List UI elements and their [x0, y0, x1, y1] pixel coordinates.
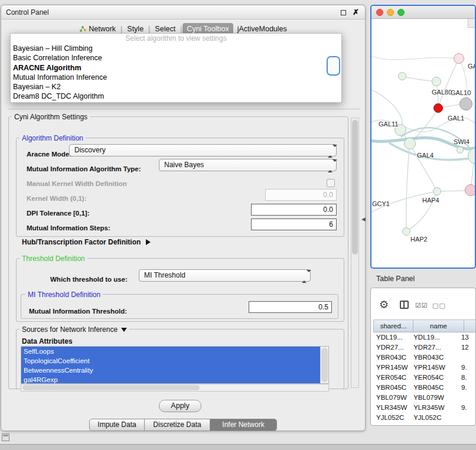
column-header-clipped[interactable]	[464, 319, 476, 332]
network-node[interactable]	[402, 227, 410, 236]
clear-checkboxes-icon[interactable]: ▢▢	[432, 302, 446, 309]
network-node[interactable]	[454, 53, 464, 64]
hub-tf-section-toggle[interactable]: Hub/Transcription Factor Definition	[22, 238, 151, 246]
dpi-tolerance-field[interactable]: 0.0	[251, 204, 337, 216]
manual-kernel-label: Manual Kernel Width Definition	[27, 180, 127, 187]
bottom-tabbar: Impute Data Discretize Data Infer Networ…	[1, 419, 365, 431]
table-row[interactable]: YER054C YER054C 8.	[374, 373, 475, 383]
table-row[interactable]: YDL19... YDL19... 13	[374, 332, 475, 343]
tab-discretize-data[interactable]: Discretize Data	[144, 419, 210, 431]
list-item-selected[interactable]: TopologicalCoefficient	[21, 356, 320, 366]
network-canvas[interactable]: GAL GAL80 GAL10 GAL1 GAL11 SWI4 GAL4 GCY…	[371, 19, 475, 268]
cell: YJL052C	[374, 413, 411, 423]
mi-threshold-field[interactable]: 0.5	[249, 301, 332, 313]
dropdown-item[interactable]: Mutual Information Inference	[11, 73, 341, 82]
cell: YLR345W	[411, 403, 459, 413]
table-row[interactable]: YBL079W YBL079W	[374, 393, 475, 403]
aracne-mode-combobox[interactable]: Discovery	[69, 144, 337, 156]
network-icon	[79, 25, 86, 32]
manual-kernel-checkbox[interactable]	[327, 179, 335, 187]
aracne-mode-label: Aracne Mode:	[27, 151, 71, 158]
network-view-window: GAL GAL80 GAL10 GAL1 GAL11 SWI4 GAL4 GCY…	[370, 5, 476, 269]
data-attributes-label: Data Attributes	[22, 337, 73, 345]
dropdown-item[interactable]: Dream8 DC_TDC Algorithm	[11, 92, 341, 101]
table-body: YDL19... YDL19... 13 YDR27... YDR27... 1…	[374, 332, 475, 425]
which-threshold-value: MI Threshold	[144, 270, 185, 281]
which-threshold-label: Which threshold to use:	[50, 276, 128, 283]
cell: YBR045C	[374, 383, 411, 393]
scrollbar-thumb[interactable]	[22, 385, 200, 390]
tab-cyni-toolbox-label: Cyni Toolbox	[187, 25, 229, 33]
table-panel-window: ⚙ ☑☑ ▢▢ shared... name YDL19... YDL19...…	[370, 288, 476, 426]
table-row[interactable]: YLR345W YLR345W 9.	[374, 403, 475, 413]
tab-infer-network[interactable]: Infer Network	[210, 419, 277, 431]
close-icon[interactable]: ✗	[353, 8, 359, 17]
apply-button[interactable]: Apply	[159, 400, 201, 412]
table-row[interactable]: YBR043C YBR043C	[374, 353, 475, 363]
aracne-mode-value: Discovery	[74, 145, 106, 156]
dropdown-item[interactable]: Basic Correlation Inference	[11, 53, 341, 63]
network-node[interactable]	[433, 187, 441, 195]
gear-icon[interactable]: ⚙	[379, 298, 389, 311]
network-node[interactable]	[457, 146, 464, 154]
dropdown-item[interactable]: Bayesian – Hill Climbing	[11, 44, 341, 53]
threshold-definition-title: Threshold Definition	[19, 255, 87, 263]
mi-threshold-definition-title: MI Threshold Definition	[25, 291, 103, 299]
dropdown-item-selected[interactable]: ARACNE Algorithm	[11, 63, 341, 73]
tab-impute-data[interactable]: Impute Data	[89, 419, 145, 431]
list-horizontal-scrollbar[interactable]	[21, 384, 329, 392]
column-header-name[interactable]: name	[413, 319, 464, 332]
mi-steps-label: Mutual Information Steps:	[27, 224, 110, 231]
network-node[interactable]	[432, 77, 441, 86]
scrollbar-thumb[interactable]	[321, 348, 328, 382]
dropdown-placeholder: Select algorithm to view settings	[11, 34, 341, 44]
network-node-gal10[interactable]	[433, 103, 443, 113]
dropdown-item[interactable]: Bayesian – K2	[11, 82, 341, 92]
control-panel-titlebar[interactable]: Control Panel ✗	[1, 5, 365, 19]
kernel-width-label: Kernel Width (0,1):	[27, 195, 86, 202]
network-node[interactable]	[459, 97, 472, 110]
network-node[interactable]	[465, 184, 476, 196]
node-label: GAL11	[379, 120, 398, 128]
focused-button-fragment[interactable]	[327, 56, 340, 76]
cell: YLR345W	[374, 403, 411, 413]
sources-title[interactable]: Sources for Network Inference	[19, 325, 129, 334]
table-row[interactable]: YDR27... YDR27... 12	[374, 343, 475, 353]
mi-type-combobox[interactable]: Naive Bayes	[159, 159, 337, 171]
algorithm-dropdown-popup: Select algorithm to view settings Bayesi…	[10, 33, 342, 103]
cell: YBL079W	[411, 393, 459, 403]
cell: YBR043C	[411, 353, 459, 363]
scrollbar-thumb[interactable]	[352, 120, 358, 255]
splitter-collapse-icon[interactable]: ◀	[361, 216, 366, 222]
list-item-selected[interactable]: SelfLoops	[21, 347, 320, 356]
settings-vertical-scrollbar[interactable]	[351, 118, 359, 388]
zoom-traffic-light-icon[interactable]	[397, 9, 405, 16]
cell	[459, 413, 475, 423]
network-node[interactable]	[398, 72, 406, 80]
columns-icon[interactable]	[400, 301, 409, 309]
column-header-shared[interactable]: shared...	[373, 319, 413, 332]
sources-title-label: Sources for Network Inference	[22, 325, 118, 334]
table-row[interactable]: YBR045C YBR045C 9.	[374, 383, 475, 393]
which-threshold-combobox[interactable]: MI Threshold	[139, 269, 311, 282]
network-window-titlebar[interactable]	[371, 6, 475, 19]
maximize-icon[interactable]	[341, 10, 346, 15]
cell: YDL19...	[374, 332, 411, 343]
network-node[interactable]	[404, 138, 416, 149]
list-item-selected[interactable]: gal4RGexp	[21, 375, 320, 384]
minimize-traffic-light-icon[interactable]	[387, 9, 394, 16]
table-row[interactable]: YJL052C YJL052C	[374, 413, 475, 423]
minimized-window-icon[interactable]	[2, 433, 9, 441]
close-traffic-light-icon[interactable]	[376, 9, 383, 16]
chevron-updown-icon	[302, 272, 307, 281]
list-item-selected[interactable]: BetweennessCentrality	[21, 366, 320, 375]
list-vertical-scrollbar[interactable]	[320, 347, 328, 383]
window-title: Control Panel	[6, 5, 49, 19]
table-row[interactable]: YPR145W YPR145W 9.	[374, 363, 475, 373]
mi-steps-field[interactable]: 6	[251, 219, 337, 230]
kernel-width-field[interactable]: 0.0	[265, 189, 337, 201]
node-label: GAL	[468, 63, 476, 70]
select-all-checkboxes-icon[interactable]: ☑☑	[415, 302, 428, 309]
cell: YDR27...	[411, 343, 459, 353]
settings-group-title: Cyni Algorithm Settings	[12, 113, 90, 121]
